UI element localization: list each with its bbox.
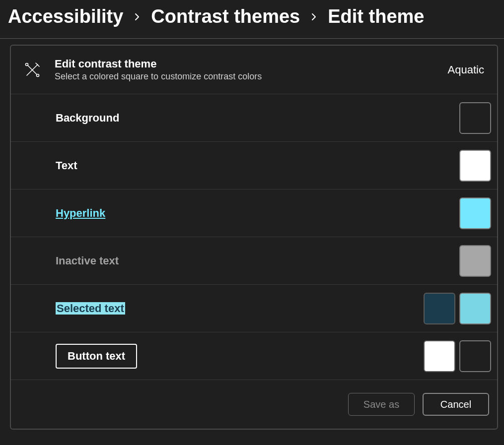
theme-name-label: Aquatic [448, 64, 484, 76]
swatch-inactive[interactable] [459, 245, 491, 277]
swatch-text[interactable] [459, 150, 491, 182]
row-label-background: Background [56, 112, 459, 125]
panel-title: Edit contrast theme [55, 58, 434, 70]
row-background: Background [11, 94, 497, 141]
row-label-button: Button text [56, 344, 137, 369]
row-inactive-text: Inactive text [11, 237, 497, 284]
panel-footer: Save as Cancel [11, 380, 497, 429]
header-divider [0, 38, 504, 39]
row-selected-text: Selected text [11, 284, 497, 332]
svg-point-0 [26, 63, 28, 65]
panel-subtitle: Select a colored square to customize con… [55, 71, 434, 82]
breadcrumb-item-edit-theme: Edit theme [328, 6, 424, 27]
chevron-right-icon [133, 10, 141, 24]
svg-point-1 [37, 74, 39, 76]
swatch-selected-bg[interactable] [459, 293, 491, 324]
swatch-hyperlink[interactable] [459, 197, 491, 229]
breadcrumb: Accessibility Contrast themes Edit theme [0, 0, 504, 38]
row-label-inactive: Inactive text [56, 254, 459, 267]
row-text: Text [11, 141, 497, 189]
breadcrumb-item-contrast-themes[interactable]: Contrast themes [151, 6, 300, 27]
swatch-button-fg[interactable] [424, 340, 455, 372]
edit-theme-panel: Edit contrast theme Select a colored squ… [10, 45, 498, 430]
row-label-text: Text [56, 159, 459, 172]
row-button-text: Button text [11, 332, 497, 380]
swatch-selected-fg[interactable] [424, 293, 455, 324]
row-label-hyperlink[interactable]: Hyperlink [56, 207, 459, 220]
row-hyperlink: Hyperlink [11, 189, 497, 237]
save-as-button[interactable]: Save as [348, 393, 415, 416]
chevron-right-icon [310, 10, 318, 24]
panel-header-text: Edit contrast theme Select a colored squ… [55, 58, 434, 82]
paint-icon [24, 62, 41, 78]
breadcrumb-item-accessibility[interactable]: Accessibility [8, 6, 123, 27]
panel-header: Edit contrast theme Select a colored squ… [11, 46, 497, 94]
row-label-selected: Selected text [56, 302, 125, 315]
cancel-button[interactable]: Cancel [423, 393, 489, 416]
swatch-background[interactable] [459, 102, 491, 134]
swatch-button-bg[interactable] [459, 340, 491, 372]
